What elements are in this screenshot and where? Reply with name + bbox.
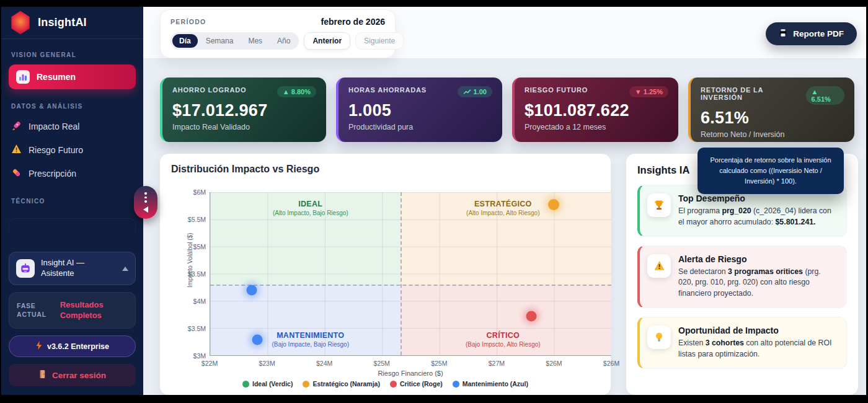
previous-button[interactable]: Anterior: [304, 32, 350, 50]
insight-card-oportunidad[interactable]: Oportunidad de Impacto Existen 3 cohorte…: [637, 317, 847, 369]
x-tick-label: $26M: [546, 360, 562, 367]
kpi-trend-badge: ▲ 8.80%: [277, 86, 316, 97]
y-ticks: $6M$5.5M$5M$3.5M$4M$3.5M$3M: [179, 192, 206, 356]
x-ticks: $22M$23M$24M$25M$25M$27M$26M$26M: [210, 360, 611, 368]
kpi-label: AHORRO LOGRADO: [172, 86, 246, 94]
next-button[interactable]: Siguiente: [355, 32, 404, 50]
chart-legend: Ideal (Verdic)Estratégico (Naramja)Criti…: [171, 380, 600, 388]
segment-dia[interactable]: Día: [172, 34, 198, 48]
insight-body: Se detectaron 3 programas oritices (prg.…: [678, 267, 838, 299]
pill-icon: [11, 167, 22, 180]
sidebar-section-tecnico: TÉCNICO: [11, 198, 133, 205]
sidebar-item-label: Resumen: [37, 72, 76, 82]
lightbulb-icon: [647, 326, 671, 349]
y-tick-label: $6M: [193, 188, 206, 196]
segment-semana[interactable]: Semana: [199, 34, 241, 48]
insight-body: Existen 3 cohortes con alto potencial de…: [678, 338, 838, 360]
kpi-card-riesgo-futuro[interactable]: RIESGO FUTURO ▼ 1.25% $101.087.622 Proye…: [512, 78, 678, 142]
kpi-subtitle: Retorno Neto / Inversión: [701, 130, 844, 139]
chevron-up-icon[interactable]: [122, 267, 128, 271]
sidebar: InsightAI VISION GENERAL Resumen DATOS &…: [1, 7, 143, 395]
dashed-divider-horizontal: [210, 285, 611, 286]
sidebar-item-impacto-real[interactable]: Impacto Real: [1, 115, 143, 138]
phase-card: FASE ACTUAL Resultados Completos: [9, 292, 136, 329]
data-point-estrategico[interactable]: [548, 199, 559, 210]
x-axis-title: Riesgo Financiero ($): [210, 370, 611, 377]
quadrant-label-critico: CRÍTICO (Bajo Impscto, Alto Riesgo): [466, 330, 541, 348]
y-tick-label: $3.5M: [188, 270, 206, 278]
sidebar-partial-item: [9, 218, 136, 232]
chart-title: Distribución Impacto vs Riesgo: [171, 164, 600, 175]
x-tick-label: $25M: [431, 360, 447, 367]
sidebar-collapse-handle[interactable]: [134, 186, 157, 219]
report-pdf-button[interactable]: Reporte PDF: [766, 22, 857, 45]
period-value: febrero de 2026: [321, 17, 386, 27]
scatter-chart-card: Distribución Impacto vs Riesgo Impacto V…: [160, 154, 611, 395]
y-tick-label: $3M: [193, 352, 206, 360]
y-tick-label: $4M: [193, 298, 206, 305]
x-tick-label: $24M: [316, 360, 332, 367]
sidebar-item-label: Impacto Real: [29, 122, 79, 131]
sidebar-item-prescripcion[interactable]: Prescripción: [1, 162, 143, 185]
data-point-mantenimiento[interactable]: [252, 335, 263, 345]
main-content: PERÍODO febrero de 2026 Día Semana Mes A…: [143, 7, 866, 395]
x-tick-label: $23M: [259, 360, 275, 367]
kpi-value: $101.087.622: [525, 101, 668, 120]
sidebar-item-riesgo-futuro[interactable]: Riesgo Futuro: [1, 138, 143, 162]
kpi-subtitle: Proyectado a 12 meses: [525, 123, 668, 131]
kpi-value: $17.012.967: [172, 101, 316, 120]
data-point-critico[interactable]: [526, 311, 536, 322]
period-label: PERÍODO: [170, 18, 206, 25]
sidebar-item-label: Prescripción: [29, 169, 76, 179]
period-selector-card: PERÍODO febrero de 2026 Día Semana Mes A…: [160, 9, 396, 58]
dashed-divider-vertical: [401, 192, 402, 355]
kpi-row: AHORRO LOGRADO ▲ 8.80% $17.012.967 Impac…: [160, 78, 854, 142]
kpi-trend-badge: ▼ 1.25%: [629, 86, 668, 97]
kpi-value: 1.005: [348, 101, 492, 120]
logout-button[interactable]: Cerrar sesión: [9, 364, 136, 386]
kpi-subtitle: Impacto Real Validado: [172, 123, 316, 131]
report-pdf-label: Reporte PDF: [793, 29, 844, 38]
kpi-card-ahorro-logrado[interactable]: AHORRO LOGRADO ▲ 8.80% $17.012.967 Impac…: [160, 78, 326, 142]
insight-card-alerta-riesgo[interactable]: Alerta de Riesgo Se detectaron 3 program…: [637, 246, 847, 308]
x-tick-label: $27M: [489, 360, 505, 367]
sidebar-section-vision-general: VISION GENERAL: [11, 51, 133, 58]
warning-triangle-icon: [11, 144, 22, 156]
legend-item: Ideal (Verdic): [242, 380, 293, 388]
segment-mes[interactable]: Mes: [241, 34, 269, 48]
legend-item: Mantenimiento (Azul): [453, 380, 528, 388]
data-point-mantenimiento[interactable]: [246, 285, 257, 295]
kpi-label: RIESGO FUTURO: [525, 86, 588, 94]
quadrant-label-estrategico: ESTRATÉGICO (Alto Impacto, Alto Riesgo): [466, 199, 539, 217]
assistant-label: Insight AI — Asistente: [41, 258, 116, 279]
printer-icon: [779, 29, 787, 39]
x-tick-label: $26M: [603, 360, 619, 367]
legend-item: Critice (Roge): [390, 380, 443, 388]
y-tick-label: $3.5M: [188, 325, 206, 332]
sidebar-item-label: Riesgo Futuro: [29, 145, 83, 155]
insight-title: Top Desempeño: [678, 193, 838, 203]
x-tick-label: $22M: [202, 360, 218, 367]
quadrant-label-ideal: IDEAL (Alto Impacto, Bajo Riesgo): [273, 199, 348, 217]
legend-item: Estratégico (Naramja): [303, 380, 380, 388]
version-badge[interactable]: v3.6.2 Enterprise: [9, 335, 136, 357]
roi-tooltip: Porcentaja de retorno sobre la inversión…: [698, 148, 844, 194]
door-icon: [38, 370, 46, 381]
kpi-subtitle: Productividad pura: [348, 123, 492, 131]
trophy-icon: [647, 193, 671, 217]
kpi-label: HORAS AHORRADAS: [348, 86, 427, 94]
segment-ano[interactable]: Año: [270, 34, 297, 48]
kpi-card-retorno-inversion[interactable]: RETORNO DE LA INVERSIÓN ▲ 6.51% 6.51% Re…: [688, 78, 854, 142]
sidebar-section-datos: DATOS & ANÁLISIS: [11, 103, 133, 110]
assistant-card[interactable]: Insight AI — Asistente: [9, 252, 136, 285]
version-label: v3.6.2 Enterprise: [47, 342, 109, 351]
kpi-label: RETORNO DE LA INVERSIÓN: [701, 86, 806, 101]
brand-row: InsightAI: [1, 7, 143, 39]
gridlines: [210, 192, 611, 355]
kpi-card-horas-ahorradas[interactable]: HORAS AHORRADAS 1.00 1.005 Productividad…: [336, 78, 502, 142]
sidebar-item-resumen[interactable]: Resumen: [9, 64, 136, 89]
scatter-plot[interactable]: IDEAL (Alto Impacto, Bajo Riesgo) ESTRAT…: [210, 192, 611, 356]
insight-title: Alerta de Riesgo: [678, 254, 838, 264]
y-tick-label: $5.5M: [188, 216, 206, 223]
dot: [144, 192, 147, 195]
